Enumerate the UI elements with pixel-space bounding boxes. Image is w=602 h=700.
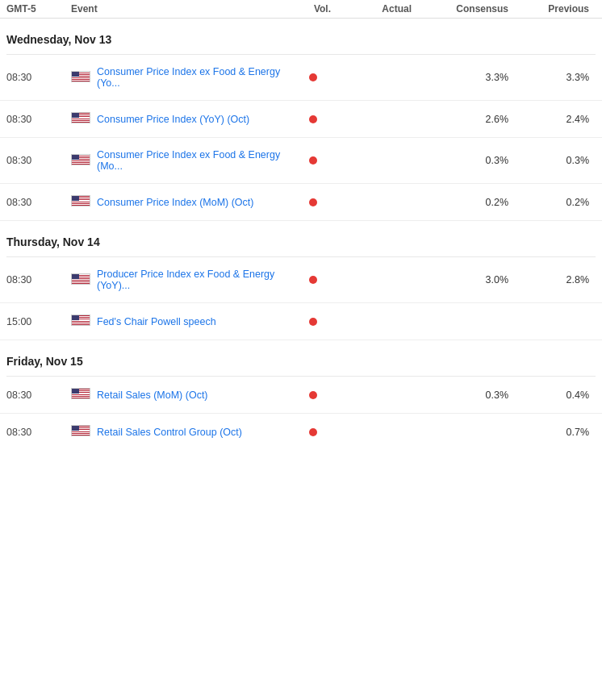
previous-value: 0.7% [515,427,596,438]
table-row: 08:30 Consumer Price Index ex Food & Ene… [0,55,602,101]
header-previous: Previous [515,3,596,15]
volatility-indicator [309,276,317,284]
event-link[interactable]: Retail Sales Control Group (Oct) [97,427,242,438]
section-header-0: Wednesday, Nov 13 [0,19,602,54]
usa-flag-icon [71,112,90,126]
event-name-cell: Fed's Chair Powell speech [71,315,289,328]
vol-cell [289,391,337,399]
table-row: 15:00 Fed's Chair Powell speech [0,303,602,340]
table-row: 08:30 Consumer Price Index ex Food & Ene… [0,138,602,184]
usa-flag-icon [71,388,90,402]
event-name-cell: Retail Sales Control Group (Oct) [71,425,289,439]
volatility-indicator [309,428,317,436]
header-vol: Vol. [289,3,337,15]
usa-flag-icon [71,315,90,328]
event-link[interactable]: Producer Price Index ex Food & Energy (Y… [97,269,289,291]
vol-cell [289,156,337,165]
event-time: 08:30 [6,197,71,208]
event-time: 08:30 [6,72,71,83]
volatility-indicator [309,115,317,123]
header-actual: Actual [337,3,418,15]
previous-value: 0.2% [515,197,596,208]
consensus-value: 0.3% [418,155,515,166]
vol-cell [289,428,337,436]
usa-flag-icon [71,195,90,209]
volatility-indicator [309,318,317,326]
table-row: 08:30 Retail Sales Control Group (Oct) 0… [0,414,602,450]
header-gmt: GMT-5 [6,3,71,15]
event-time: 15:00 [6,316,71,327]
consensus-value: 3.0% [418,274,515,285]
vol-cell [289,318,337,326]
event-name-cell: Consumer Price Index (YoY) (Oct) [71,112,289,126]
previous-value: 2.4% [515,114,596,125]
consensus-value: 0.2% [418,197,515,208]
header-consensus: Consensus [418,3,515,15]
consensus-value: 2.6% [418,114,515,125]
section-header-1: Thursday, Nov 14 [0,221,602,256]
event-time: 08:30 [6,390,71,401]
previous-value: 3.3% [515,72,596,83]
event-name-cell: Consumer Price Index (MoM) (Oct) [71,195,289,209]
event-link[interactable]: Consumer Price Index (MoM) (Oct) [97,197,253,208]
section-header-2: Friday, Nov 15 [0,340,602,376]
table-row: 08:30 Consumer Price Index (YoY) (Oct) 2… [0,101,602,138]
event-name-cell: Retail Sales (MoM) (Oct) [71,388,289,402]
volatility-indicator [309,198,317,206]
volatility-indicator [309,391,317,399]
previous-value: 0.4% [515,390,596,401]
consensus-value: 0.3% [418,390,515,401]
event-link[interactable]: Fed's Chair Powell speech [97,316,216,327]
table-header: GMT-5 Event Vol. Actual Consensus Previo… [0,0,602,19]
header-event: Event [71,3,289,15]
event-time: 08:30 [6,114,71,125]
table-row: 08:30 Retail Sales (MoM) (Oct) 0.3%0.4% [0,377,602,414]
vol-cell [289,276,337,284]
event-name-cell: Consumer Price Index ex Food & Energy (M… [71,149,289,172]
vol-cell [289,115,337,123]
event-link[interactable]: Consumer Price Index ex Food & Energy (Y… [97,66,289,89]
usa-flag-icon [71,154,90,168]
event-link[interactable]: Consumer Price Index ex Food & Energy (M… [97,149,289,172]
usa-flag-icon [71,71,90,85]
event-link[interactable]: Consumer Price Index (YoY) (Oct) [97,114,249,125]
table-row: 08:30 Consumer Price Index (MoM) (Oct) 0… [0,184,602,221]
event-link[interactable]: Retail Sales (MoM) (Oct) [97,390,208,401]
volatility-indicator [309,73,317,81]
table-row: 08:30 Producer Price Index ex Food & Ene… [0,257,602,303]
consensus-value: 3.3% [418,72,515,83]
vol-cell [289,198,337,206]
sections-container: Wednesday, Nov 1308:30 Consumer Price In… [0,19,602,450]
volatility-indicator [309,156,317,165]
event-name-cell: Consumer Price Index ex Food & Energy (Y… [71,66,289,89]
event-time: 08:30 [6,274,71,285]
event-time: 08:30 [6,155,71,166]
vol-cell [289,73,337,81]
previous-value: 0.3% [515,155,596,166]
usa-flag-icon [71,273,90,287]
event-time: 08:30 [6,427,71,438]
event-name-cell: Producer Price Index ex Food & Energy (Y… [71,269,289,291]
previous-value: 2.8% [515,274,596,285]
usa-flag-icon [71,425,90,439]
